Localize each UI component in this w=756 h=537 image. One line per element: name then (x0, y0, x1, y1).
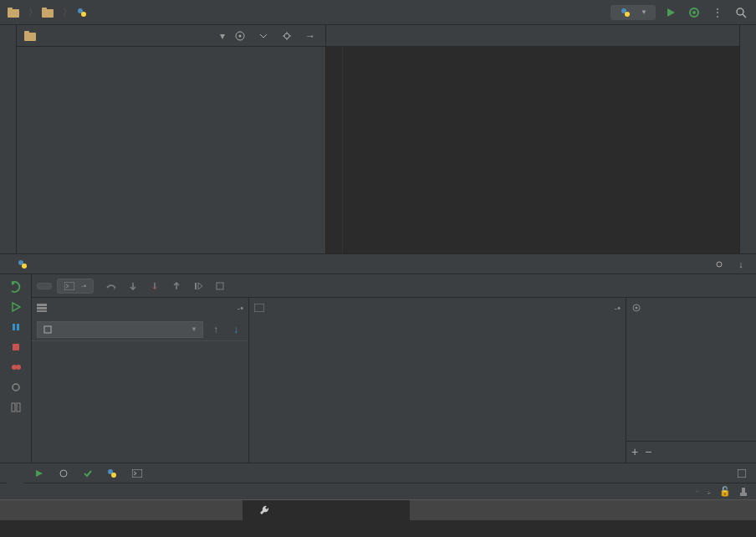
chevron-right-icon: 〉 (28, 6, 38, 18)
frames-icon (37, 304, 47, 312)
watches-icon (631, 304, 641, 312)
svg-point-16 (284, 33, 289, 38)
svg-point-25 (13, 384, 19, 391)
svg-rect-41 (132, 469, 142, 478)
hector-icon[interactable] (739, 487, 748, 497)
bottom-run[interactable] (35, 469, 47, 478)
chevron-right-icon: 〉 (63, 6, 72, 18)
svg-rect-21 (17, 324, 19, 330)
svg-rect-30 (217, 283, 223, 289)
hide-icon[interactable]: → (302, 28, 319, 44)
python-icon (16, 258, 29, 270)
bottom-tool-bar (0, 463, 756, 483)
frames-list[interactable] (32, 341, 248, 463)
svg-rect-27 (17, 403, 20, 412)
taskbar-tools[interactable] (243, 500, 410, 520)
variables-icon (254, 304, 264, 312)
run-to-cursor-icon[interactable] (191, 279, 206, 294)
search-icon[interactable] (733, 4, 749, 21)
folder-icon (41, 7, 54, 18)
svg-rect-35 (254, 304, 264, 312)
svg-point-5 (81, 12, 86, 17)
rerun-button[interactable] (8, 279, 23, 294)
event-log[interactable] (738, 469, 749, 478)
console-icon (64, 282, 74, 290)
force-step-into-icon[interactable] (147, 279, 162, 294)
run-config-selector[interactable]: ▼ (610, 5, 656, 20)
remove-watch-button[interactable]: − (645, 445, 651, 458)
svg-rect-44 (740, 493, 747, 496)
python-icon (75, 7, 89, 18)
run-button[interactable] (662, 4, 679, 21)
svg-rect-42 (738, 469, 746, 478)
svg-rect-3 (42, 8, 47, 11)
folder-icon (23, 30, 37, 42)
evaluate-icon[interactable] (212, 279, 227, 294)
svg-point-38 (60, 470, 67, 477)
mute-breakpoints-button[interactable] (8, 380, 23, 395)
thread-selector[interactable]: ▼ (37, 321, 203, 338)
gear-icon[interactable] (278, 28, 295, 44)
pin-icon: -• (81, 282, 86, 290)
layout-button[interactable] (8, 400, 23, 415)
step-out-icon[interactable] (169, 279, 184, 294)
debugger-tab[interactable] (37, 283, 52, 289)
chevron-down-icon[interactable]: ▾ (220, 30, 225, 42)
divider: ÷ (695, 488, 698, 495)
breadcrumb: 〉 〉 (7, 6, 610, 18)
chevron-down-icon: ▼ (191, 325, 197, 333)
encoding[interactable]: ÷ (707, 487, 711, 497)
bottom-python-console[interactable] (107, 468, 120, 478)
os-taskbar (0, 499, 756, 520)
console-tab[interactable]: -• (57, 279, 94, 294)
svg-point-40 (111, 473, 116, 478)
svg-point-7 (625, 12, 630, 17)
project-panel: ▾ → (17, 25, 326, 253)
bottom-debug[interactable] (59, 468, 72, 478)
frame-up-icon[interactable]: ↑ (208, 322, 223, 337)
collapse-icon[interactable] (255, 28, 272, 44)
taskbar-start-icon[interactable] (0, 500, 33, 520)
step-over-icon[interactable] (104, 279, 119, 294)
taskbar-pydev[interactable] (33, 500, 243, 520)
step-into-icon[interactable] (125, 279, 140, 294)
locate-icon[interactable] (232, 28, 248, 44)
bottom-todo[interactable] (84, 469, 95, 478)
svg-line-11 (743, 14, 746, 18)
left-tool-rail (0, 25, 17, 253)
watches-body (626, 318, 756, 441)
svg-rect-34 (44, 326, 51, 333)
editor-gutter[interactable] (326, 47, 343, 253)
stop-button[interactable] (8, 340, 23, 355)
lock-icon[interactable]: 🔓 (719, 486, 731, 497)
bottom-terminal[interactable] (132, 469, 146, 478)
svg-rect-43 (742, 488, 745, 493)
svg-rect-28 (64, 282, 74, 290)
frame-down-icon[interactable]: ↓ (228, 322, 243, 337)
debug-button[interactable] (686, 4, 702, 21)
svg-point-15 (239, 34, 242, 37)
svg-rect-29 (195, 283, 197, 289)
pin-icon[interactable]: -• (237, 303, 243, 313)
add-watch-button[interactable]: + (631, 445, 638, 458)
chevron-down-icon: ▼ (641, 8, 647, 16)
variables-body (249, 318, 626, 463)
svg-point-10 (737, 8, 743, 15)
svg-rect-33 (37, 310, 47, 312)
view-breakpoints-button[interactable] (8, 360, 23, 375)
background-browser-text (410, 500, 756, 520)
project-tree[interactable] (17, 47, 325, 253)
code-area[interactable] (343, 47, 739, 253)
pin-icon[interactable]: ↓ (733, 256, 749, 273)
svg-rect-22 (13, 344, 19, 350)
resume-button[interactable] (8, 299, 23, 315)
gear-icon[interactable] (711, 256, 728, 273)
status-bar: ÷ ÷ 🔓 (0, 483, 756, 499)
svg-rect-1 (8, 8, 13, 11)
more-icon[interactable]: ⋮ (709, 4, 726, 21)
svg-point-18 (22, 263, 27, 268)
pause-button[interactable] (8, 320, 23, 335)
wrench-icon (259, 504, 271, 516)
pin-icon[interactable]: -• (614, 303, 621, 313)
svg-rect-20 (13, 324, 15, 330)
